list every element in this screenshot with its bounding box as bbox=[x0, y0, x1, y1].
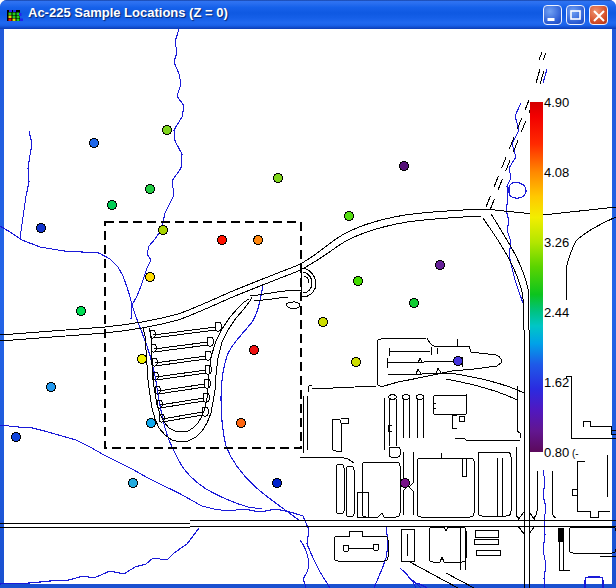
svg-text:(-: (- bbox=[572, 448, 579, 459]
svg-text:3.26: 3.26 bbox=[544, 235, 569, 250]
svg-text:2.44: 2.44 bbox=[544, 305, 569, 320]
svg-text:4.08: 4.08 bbox=[544, 165, 569, 180]
svg-text:0.80: 0.80 bbox=[544, 445, 569, 460]
svg-text:4.90: 4.90 bbox=[544, 95, 569, 110]
svg-text:1.62: 1.62 bbox=[544, 375, 569, 390]
